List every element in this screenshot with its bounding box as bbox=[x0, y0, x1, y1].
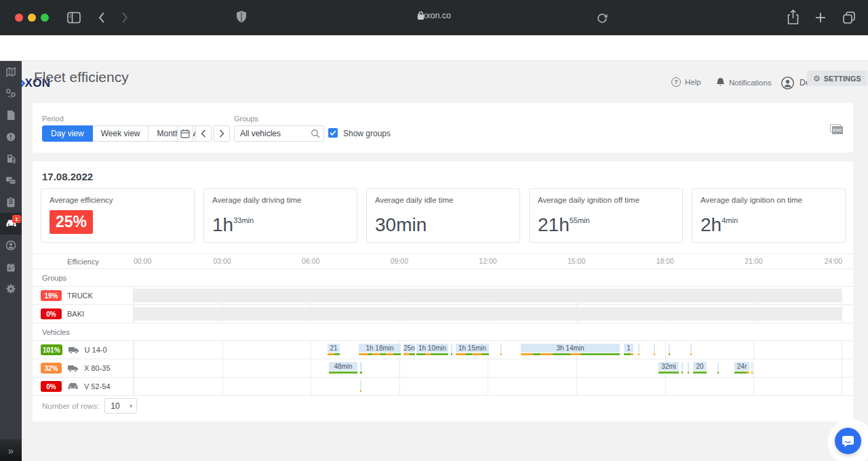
stat-value: 21h55min bbox=[538, 214, 590, 236]
sidebar-item-events[interactable] bbox=[0, 126, 22, 148]
activity-stripe bbox=[717, 372, 719, 374]
sidebar-toggle-icon[interactable] bbox=[67, 12, 81, 24]
activity-stripe bbox=[416, 353, 448, 355]
drivers-icon bbox=[5, 240, 16, 251]
new-tab-icon[interactable] bbox=[815, 12, 826, 23]
timeline-cell bbox=[134, 305, 842, 323]
timeline-bar[interactable]: 1h 18min bbox=[359, 344, 401, 353]
stat-card: Average daily idle time30min bbox=[366, 188, 520, 243]
time-tick-label: 21:00 bbox=[745, 257, 762, 265]
reload-icon[interactable] bbox=[597, 12, 608, 24]
time-tick-label: 15:00 bbox=[568, 257, 585, 265]
timeline-bar[interactable]: 20 bbox=[693, 362, 707, 371]
table-row-x-80-35[interactable]: 32%X 80-3548min32mi2024r bbox=[33, 359, 853, 378]
view-button-day-view[interactable]: Day view bbox=[42, 125, 93, 142]
zoom-window-button[interactable] bbox=[41, 14, 49, 22]
minimize-window-button[interactable] bbox=[28, 14, 36, 22]
sidebar-item-settings[interactable] bbox=[0, 278, 22, 300]
sidebar-item-drivers[interactable] bbox=[0, 235, 22, 256]
timeline-bar[interactable] bbox=[638, 344, 639, 353]
efficiency-badge: 19% bbox=[41, 290, 62, 301]
timeline-bar[interactable] bbox=[360, 362, 362, 371]
notifications-button[interactable]: Notifications bbox=[716, 77, 772, 87]
close-window-button[interactable] bbox=[15, 14, 23, 22]
sidebar-item-notes[interactable] bbox=[0, 256, 22, 278]
forward-icon[interactable] bbox=[121, 12, 129, 24]
sidebar-item-tasks[interactable] bbox=[0, 191, 22, 213]
efficiency-badge: 32% bbox=[41, 363, 62, 374]
page-title: Fleet efficiency bbox=[34, 69, 129, 85]
previous-period-button[interactable] bbox=[195, 125, 212, 142]
timeline-bar[interactable] bbox=[690, 344, 692, 353]
sidebar-item-map[interactable] bbox=[0, 61, 22, 83]
view-button-week-view[interactable]: Week view bbox=[92, 125, 149, 142]
settings-button[interactable]: ⚙ SETTINGS bbox=[807, 71, 867, 86]
efficiency-timeline-table: Efficiency 00:0003:0006:0009:0012:0015:0… bbox=[33, 254, 853, 396]
export-excel-button[interactable]: EXC bbox=[830, 124, 844, 135]
timeline-bar[interactable]: 48min bbox=[329, 362, 357, 371]
address-bar[interactable]: axxon.co bbox=[417, 11, 451, 20]
user-avatar-icon[interactable] bbox=[781, 77, 794, 89]
timeline-bar[interactable] bbox=[360, 380, 361, 389]
timeline-bar[interactable]: 32mi bbox=[658, 362, 679, 371]
table-row-truck[interactable]: 19%TRUCK bbox=[33, 287, 853, 305]
timeline-bar[interactable]: 24r bbox=[734, 362, 749, 371]
timeline-bar[interactable]: 1h 10min bbox=[416, 344, 448, 353]
next-period-button[interactable] bbox=[214, 125, 230, 142]
reports-icon bbox=[6, 110, 16, 121]
timeline-bar[interactable] bbox=[451, 344, 452, 353]
share-icon[interactable] bbox=[787, 9, 799, 25]
timeline-bar[interactable]: 1 bbox=[624, 344, 633, 353]
map-icon bbox=[5, 66, 16, 77]
table-row-u-14-0[interactable]: 101%U 14-0211h 18min25n1h 10min1h 15min3… bbox=[33, 341, 853, 359]
timeline-bar[interactable] bbox=[717, 362, 719, 371]
activity-stripe bbox=[638, 353, 639, 355]
stat-card: Average daily driving time1h33min bbox=[203, 188, 357, 243]
timeline-bar[interactable]: 21 bbox=[328, 344, 340, 353]
sidebar-item-vehicles[interactable]: 1 bbox=[0, 213, 22, 235]
notes-icon bbox=[6, 262, 16, 273]
chevron-left-icon bbox=[201, 129, 206, 138]
group-timeline-band bbox=[134, 307, 842, 321]
row-name: U 14-0 bbox=[85, 346, 107, 354]
sidebar-item-fuel[interactable] bbox=[0, 148, 22, 169]
table-row-baki[interactable]: 0%BAKI bbox=[33, 305, 853, 323]
tab-overview-icon[interactable] bbox=[842, 11, 856, 24]
section-label: Vehicles bbox=[42, 328, 70, 336]
show-groups-checkbox[interactable] bbox=[328, 128, 338, 138]
timeline-bar[interactable] bbox=[688, 362, 689, 371]
timeline-bar[interactable] bbox=[654, 344, 655, 353]
calendar-icon bbox=[180, 129, 190, 138]
calendar-button[interactable] bbox=[177, 125, 193, 142]
back-icon[interactable] bbox=[98, 12, 106, 24]
stat-card: Average daily ignition on time2h4min bbox=[692, 188, 846, 243]
time-tick-label: 12:00 bbox=[479, 257, 496, 265]
sidebar-expand-button[interactable]: » bbox=[0, 439, 22, 461]
notification-badge: 1 bbox=[12, 215, 21, 223]
timeline-bar[interactable]: 1h 15min bbox=[456, 344, 489, 353]
activity-stripe bbox=[360, 372, 362, 374]
left-sidebar: 1 bbox=[0, 61, 22, 439]
help-button[interactable]: ? Help bbox=[671, 77, 701, 87]
timeline-bar[interactable] bbox=[682, 362, 683, 371]
table-row-v-52-54[interactable]: 0%V 52-54 bbox=[33, 378, 853, 396]
timeline-bar[interactable] bbox=[751, 362, 753, 371]
rows-per-page-select[interactable]: 10 ▾ bbox=[104, 398, 137, 414]
timeline-bar[interactable]: 3h 14min bbox=[521, 344, 620, 353]
timeline-bar[interactable] bbox=[669, 344, 670, 353]
chat-bubble-icon bbox=[842, 435, 854, 447]
sidebar-item-messages[interactable] bbox=[0, 169, 22, 191]
activity-stripe bbox=[451, 353, 452, 355]
timeline-bar[interactable]: 25n bbox=[403, 344, 415, 353]
filter-panel: Period Day viewWeek viewMonth view Group… bbox=[33, 103, 853, 153]
sidebar-item-reports[interactable] bbox=[0, 104, 22, 126]
row-label-cell: 0%BAKI bbox=[33, 305, 134, 323]
sidebar-item-tracking[interactable] bbox=[0, 83, 22, 104]
chat-widget-button[interactable] bbox=[835, 428, 861, 454]
privacy-shield-icon[interactable] bbox=[236, 10, 247, 24]
section-row-vehicles: Vehicles bbox=[33, 323, 853, 341]
activity-stripe bbox=[624, 353, 633, 355]
timeline-bar[interactable] bbox=[500, 344, 502, 353]
check-icon bbox=[330, 130, 336, 136]
truck-icon bbox=[67, 364, 79, 373]
